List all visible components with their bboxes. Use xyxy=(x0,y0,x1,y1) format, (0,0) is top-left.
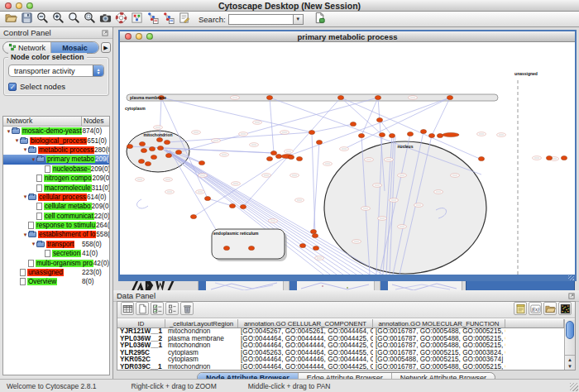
edit-network-red-icon[interactable] xyxy=(161,11,175,25)
save-icon[interactable] xyxy=(20,11,34,25)
column-header[interactable]: _cellularLayoutRegion xyxy=(165,319,238,327)
matrix-icon[interactable] xyxy=(558,302,572,315)
open-attr-file-icon[interactable] xyxy=(543,302,557,315)
status-zoom-hint: Right-click + drag to ZOOM xyxy=(132,382,217,390)
attribute-file-icon[interactable] xyxy=(313,11,327,25)
app-title-bar: Cytoscape Desktop (New Session) xyxy=(0,0,579,12)
combobox-stepper-icon[interactable]: ▲▼ xyxy=(93,65,103,76)
edit-network-blue-icon[interactable] xyxy=(146,11,160,25)
more-tabs-button[interactable]: ▶ xyxy=(101,42,111,53)
tab-network[interactable]: Network xyxy=(3,42,51,53)
network-tree-icon xyxy=(8,43,17,53)
tree-row[interactable]: macromolecule 311(0) xyxy=(3,183,109,192)
app-title: Cytoscape Desktop (New Session) xyxy=(0,1,579,11)
column-header[interactable]: annotation.GO MOLECULAR_FUNCTION xyxy=(373,319,505,327)
select-attributes-icon[interactable] xyxy=(151,302,164,315)
table-row[interactable]: YLR295Ccytoplasm[GO:0045263, GO:0044464,… xyxy=(117,350,564,357)
tree-row[interactable]: ▾ biological_process 651(0) xyxy=(3,136,109,145)
tree-row-count: 209(0) xyxy=(92,174,110,182)
tree-header-nodes[interactable]: Nodes xyxy=(81,117,109,126)
table-cell: mitochondrion xyxy=(165,328,238,336)
tree-row-label: transport xyxy=(46,241,74,248)
disclosure-triangle-icon[interactable]: ▾ xyxy=(22,194,28,200)
svg-text:cytoplasm: cytoplasm xyxy=(125,106,146,111)
tree-header-network[interactable]: Network xyxy=(3,117,81,126)
table-icon[interactable] xyxy=(121,302,134,315)
scroll-down-icon[interactable]: ▼ xyxy=(567,363,572,370)
page-icon xyxy=(36,174,42,182)
tree-row[interactable]: Overview 8(0) xyxy=(3,277,109,286)
tree-row-label: establishment of lo xyxy=(38,231,96,238)
search-dropdown-icon[interactable]: ▼ xyxy=(293,14,304,25)
svg-text:plasma membrane: plasma membrane xyxy=(130,95,166,100)
table-scrollbar[interactable]: ▲ ▼ xyxy=(564,319,575,370)
disclosure-triangle-icon[interactable]: ▾ xyxy=(6,128,12,135)
tree-row[interactable]: ▾ primary metabo 209(... xyxy=(3,155,109,164)
tree-row[interactable]: nucleobase- 209(0) xyxy=(3,165,109,174)
tree-row[interactable]: multi-organism pro 42(0) xyxy=(3,258,109,267)
disclosure-triangle-icon[interactable]: ▾ xyxy=(14,137,20,144)
select-nodes-checkbox[interactable]: ✓ xyxy=(8,83,17,91)
tree-row-count: 223(0) xyxy=(82,269,109,276)
tree-row[interactable]: cellular metabo 209(0) xyxy=(3,202,109,211)
scrollbar-thumb[interactable] xyxy=(566,321,574,339)
status-welcome: Welcome to Cytoscape 2.8.1 xyxy=(7,382,97,390)
tree-row-label: secretion xyxy=(52,250,81,257)
search-input[interactable] xyxy=(228,14,293,25)
tree-row-count: 209(0) xyxy=(92,203,110,210)
zoom-selected-icon[interactable] xyxy=(83,11,97,25)
open-icon[interactable] xyxy=(4,11,18,25)
tree-row[interactable]: cell communicat 22(0) xyxy=(3,212,109,221)
notepad-icon[interactable] xyxy=(514,302,527,315)
tree-row[interactable]: ▾ mosaic-demo-yeast 874(0) xyxy=(3,127,109,136)
tree-row-count: 41(0) xyxy=(82,250,109,257)
table-cell: YKR052C xyxy=(117,356,165,364)
float-panel-icon[interactable] xyxy=(101,26,109,41)
network-canvas[interactable]: plasma membranecytoplasmmitochondrionnuc… xyxy=(120,42,575,275)
tree-row[interactable]: unassigned 223(0) xyxy=(3,268,109,277)
table-cell: [GO:0016787, GO:0005215, GO:0003824, G..… xyxy=(373,350,505,357)
node-color-combobox[interactable]: transporter activity ▲▼ xyxy=(8,65,104,77)
disclosure-triangle-icon[interactable]: ▾ xyxy=(22,232,28,238)
zoom-fit-icon[interactable] xyxy=(67,11,81,25)
table-row[interactable]: YKR052Ccytoplasm[GO:0044464, GO:0044446,… xyxy=(117,356,564,364)
vizmapper-icon[interactable] xyxy=(130,11,144,25)
disclosure-triangle-icon[interactable]: ▾ xyxy=(31,241,36,247)
zoom-out-icon[interactable] xyxy=(36,11,50,25)
window-resize-grip[interactable] xyxy=(568,275,574,280)
table-cell: YJR121W__1 xyxy=(117,328,165,336)
disclosure-triangle-icon[interactable]: ▾ xyxy=(22,146,28,153)
help-icon[interactable] xyxy=(114,11,128,25)
scroll-up-icon[interactable]: ▲ xyxy=(567,356,572,363)
disclosure-triangle-icon[interactable]: ▾ xyxy=(31,156,36,163)
attribute-table[interactable]: ID_cellularLayoutRegionannotation.GO CEL… xyxy=(117,319,564,370)
tree-row[interactable]: ▾ transport 558(0) xyxy=(3,240,109,249)
app-resize-grip[interactable] xyxy=(570,383,578,391)
table-row[interactable]: YJR121W__1mitochondrion[GO:0045267, GO:0… xyxy=(117,328,564,336)
annotation-icon[interactable] xyxy=(177,11,191,25)
table-row[interactable]: YDR039C__1mitochondrion[GO:0044464, GO:0… xyxy=(117,364,564,370)
table-row[interactable]: YPL036W__1mitochondrion[GO:0044464, GO:0… xyxy=(117,342,564,350)
unselect-attributes-icon[interactable] xyxy=(165,302,179,315)
tree-row[interactable]: ▾ metabolic process 280(0) xyxy=(3,146,109,155)
network-window-titlebar[interactable]: primary metabolic process xyxy=(120,31,575,42)
tab-mosaic[interactable]: Mosaic xyxy=(51,42,98,53)
snapshot-icon[interactable] xyxy=(98,11,112,25)
column-header[interactable]: ID xyxy=(117,319,165,327)
delete-attribute-icon[interactable] xyxy=(180,302,194,315)
folder-icon xyxy=(36,241,45,247)
new-attribute-icon[interactable] xyxy=(136,302,149,315)
tree-row[interactable]: nitrogen compo 209(0) xyxy=(3,174,109,183)
table-row[interactable]: YPL036W__2plasma membrane[GO:0044464, GO… xyxy=(117,336,564,343)
page-icon xyxy=(28,260,34,267)
column-header[interactable]: annotation.GO CELLULAR_COMPONENT xyxy=(238,319,373,327)
tree-row[interactable]: ▾ cellular process 614(0) xyxy=(3,193,109,202)
zoom-in-icon[interactable] xyxy=(51,11,65,25)
tree-row[interactable]: secretion 41(0) xyxy=(3,249,109,258)
formula-icon[interactable]: f(x) xyxy=(529,302,542,315)
table-cell: [GO:0005488, GO:0005215, GO:0003674] xyxy=(373,356,505,364)
tree-row-count: 558(0) xyxy=(82,241,109,248)
table-cell: YLR295C xyxy=(117,350,165,357)
tree-row[interactable]: response to stimulu 264(0) xyxy=(3,221,109,230)
tree-row[interactable]: ▾ establishment of lo 558(0) xyxy=(3,230,109,239)
